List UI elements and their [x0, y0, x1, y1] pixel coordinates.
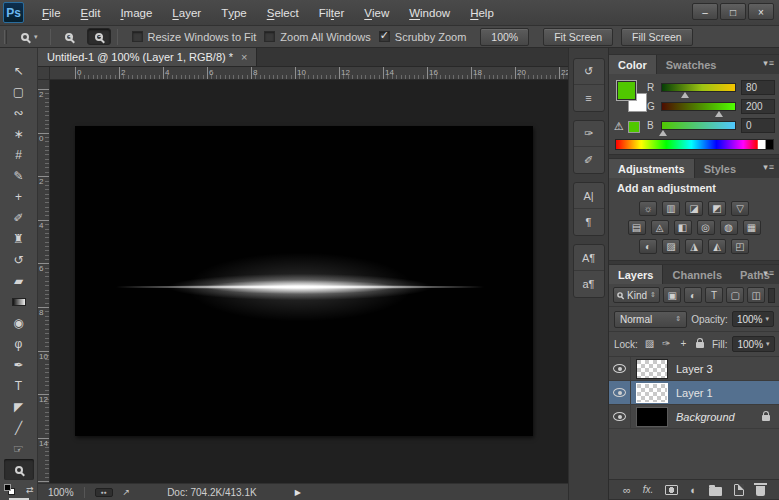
- gradient-tool[interactable]: [4, 291, 34, 312]
- channel-slider-r[interactable]: [661, 83, 736, 92]
- layer-filter-kind-dropdown[interactable]: Kind ⇕: [613, 287, 660, 303]
- menu-type[interactable]: Type: [211, 0, 257, 25]
- link-layers-icon[interactable]: ∞: [623, 484, 631, 496]
- document-tab[interactable]: Untitled-1 @ 100% (Layer 1, RGB/8) * ×: [38, 48, 257, 66]
- brightness-contrast-icon[interactable]: ☼: [639, 201, 657, 216]
- opacity-field[interactable]: 100% ▾: [732, 311, 774, 327]
- layer-row-background[interactable]: Background: [609, 405, 779, 429]
- layer-thumbnail[interactable]: [636, 359, 668, 379]
- status-options-arrow[interactable]: ▶: [295, 488, 301, 497]
- brush-presets-panel-icon[interactable]: ✐: [574, 147, 604, 173]
- eyedropper-tool[interactable]: ✎: [4, 165, 34, 186]
- lock-transparency-icon[interactable]: ▨: [643, 338, 656, 350]
- layer-row-layer-1[interactable]: Layer 1: [609, 381, 779, 405]
- slider-thumb[interactable]: [715, 111, 723, 117]
- layer-filter-toggle[interactable]: [768, 288, 775, 303]
- workspace[interactable]: [50, 80, 568, 483]
- checkbox-zoom-all-windows[interactable]: Zoom All Windows: [264, 31, 370, 43]
- visibility-toggle[interactable]: [609, 405, 631, 428]
- hand-tool[interactable]: ☞: [4, 438, 34, 459]
- filter-adjustment-layers-icon[interactable]: ◐: [684, 287, 702, 303]
- checkbox-scrubby-zoom[interactable]: Scrubby Zoom: [379, 31, 467, 43]
- lock-pixels-icon[interactable]: ✑: [660, 338, 673, 350]
- rectangular-marquee-tool[interactable]: ▢: [4, 81, 34, 102]
- web-safe-color-swatch[interactable]: [628, 121, 640, 133]
- panel-menu-icon[interactable]: ▾≡: [763, 58, 775, 68]
- menu-filter[interactable]: Filter: [309, 0, 355, 25]
- clone-stamp-tool[interactable]: ♜: [4, 228, 34, 249]
- swap-colors-icon[interactable]: ⇄: [26, 485, 34, 495]
- tab-swatches[interactable]: Swatches: [657, 55, 726, 74]
- move-tool[interactable]: ↖: [4, 60, 34, 81]
- curves-icon[interactable]: ◪: [685, 201, 703, 216]
- tab-color[interactable]: Color: [609, 55, 657, 74]
- panel-menu-icon[interactable]: ▾≡: [763, 162, 775, 172]
- pen-tool[interactable]: ✒: [4, 354, 34, 375]
- fill-screen-button[interactable]: Fill Screen: [621, 28, 693, 46]
- options-bar-grip[interactable]: [4, 30, 7, 44]
- history-panel-icon[interactable]: ↺: [574, 59, 604, 85]
- exposure-icon[interactable]: ◩: [708, 201, 726, 216]
- zoom-100-button[interactable]: 100%: [480, 28, 529, 46]
- slider-thumb[interactable]: [659, 130, 667, 136]
- menu-image[interactable]: Image: [110, 0, 162, 25]
- quick-selection-tool[interactable]: ∗: [4, 123, 34, 144]
- fit-screen-button[interactable]: Fit Screen: [543, 28, 613, 46]
- tool-preset-picker[interactable]: ▾: [15, 31, 44, 43]
- visibility-toggle[interactable]: [609, 381, 631, 404]
- checkbox-box[interactable]: [379, 31, 390, 42]
- eraser-tool[interactable]: ▰: [4, 270, 34, 291]
- paragraph-styles-panel-icon[interactable]: a¶: [574, 271, 604, 297]
- blend-mode-dropdown[interactable]: Normal ⇕: [614, 311, 687, 328]
- tab-layers[interactable]: Layers: [609, 265, 663, 284]
- hue-saturation-icon[interactable]: ▤: [628, 220, 646, 235]
- color-lookup-icon[interactable]: ▦: [743, 220, 761, 235]
- add-layer-mask-icon[interactable]: [665, 485, 678, 495]
- photo-filter-icon[interactable]: ◎: [697, 220, 715, 235]
- tab-adjustments[interactable]: Adjustments: [609, 159, 695, 178]
- properties-panel-icon[interactable]: ≡: [574, 85, 604, 111]
- horizontal-ruler[interactable]: 0246810121416182022: [50, 67, 568, 80]
- vibrance-icon[interactable]: ▽: [731, 201, 749, 216]
- filter-pixel-layers-icon[interactable]: ▣: [663, 287, 681, 303]
- menu-select[interactable]: Select: [257, 0, 309, 25]
- status-zoom-level[interactable]: 100%: [48, 487, 74, 498]
- zoom-in-button[interactable]: +: [57, 28, 81, 45]
- channel-slider-g[interactable]: [661, 102, 736, 111]
- document-size-info[interactable]: Doc: 704.2K/413.1K: [167, 487, 257, 498]
- default-colors-icon[interactable]: [4, 484, 15, 495]
- checkbox-resize-windows-to-fit[interactable]: Resize Windows to Fit: [132, 31, 257, 43]
- menu-view[interactable]: View: [354, 0, 399, 25]
- delete-layer-icon[interactable]: [756, 483, 765, 496]
- color-balance-icon[interactable]: ◬: [651, 220, 669, 235]
- lock-all-icon[interactable]: [694, 338, 707, 350]
- layer-thumbnail[interactable]: [636, 383, 668, 403]
- new-adjustment-layer-icon[interactable]: ◐: [690, 484, 697, 496]
- canvas[interactable]: [75, 126, 533, 436]
- crop-tool[interactable]: #: [4, 144, 34, 165]
- channel-mixer-icon[interactable]: ◍: [720, 220, 738, 235]
- visibility-toggle[interactable]: [609, 357, 631, 380]
- maximize-button[interactable]: □: [720, 3, 746, 20]
- channel-value-b[interactable]: 0: [741, 118, 775, 133]
- channel-value-r[interactable]: 80: [741, 80, 775, 95]
- new-group-icon[interactable]: [709, 484, 722, 496]
- black-white-icon[interactable]: ◧: [674, 220, 692, 235]
- line-tool[interactable]: ╱: [4, 417, 34, 438]
- tab-styles[interactable]: Styles: [695, 159, 745, 178]
- channel-value-g[interactable]: 200: [741, 99, 775, 114]
- lasso-tool[interactable]: ∾: [4, 102, 34, 123]
- filter-type-layers-icon[interactable]: T: [705, 287, 723, 303]
- selective-color-icon[interactable]: ◰: [731, 239, 749, 254]
- character-styles-panel-icon[interactable]: A¶: [574, 245, 604, 271]
- close-icon[interactable]: ×: [241, 51, 247, 63]
- history-brush-tool[interactable]: ↺: [4, 249, 34, 270]
- zoom-tool[interactable]: [4, 459, 34, 480]
- new-layer-icon[interactable]: [734, 484, 744, 496]
- vertical-ruler[interactable]: 202468101214: [38, 80, 50, 483]
- fill-field[interactable]: 100% ▾: [732, 336, 774, 352]
- checkbox-box[interactable]: [132, 31, 143, 42]
- gradient-map-icon[interactable]: ◭: [708, 239, 726, 254]
- menu-edit[interactable]: Edit: [71, 0, 111, 25]
- filter-smart-objects-icon[interactable]: ◫: [747, 287, 765, 303]
